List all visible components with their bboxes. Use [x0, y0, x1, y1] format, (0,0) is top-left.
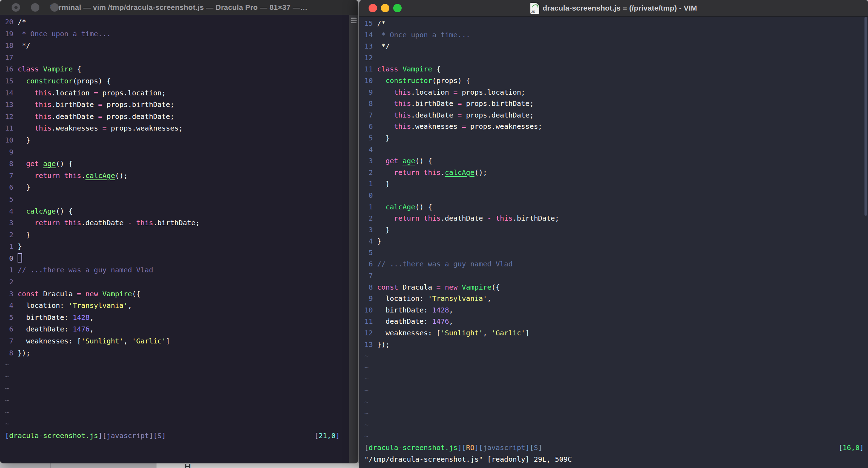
token: this	[34, 124, 51, 132]
desktop-background: H	[0, 463, 359, 468]
token: Dracula	[39, 290, 77, 298]
token: ({	[491, 283, 500, 291]
code-line: 4 location: 'Transylvania',	[5, 300, 340, 312]
token	[39, 65, 43, 73]
token	[441, 283, 445, 291]
vim-buffer-right[interactable]: 15 /*14 * Once upon a time...13 */12 11 …	[364, 18, 864, 465]
token	[398, 65, 402, 73]
token: S	[158, 431, 162, 440]
code-line: 8 get age() {	[5, 158, 340, 170]
token: this	[136, 219, 153, 227]
vim-titlebar[interactable]: JS dracula-screenshot.js = (/private/tmp…	[359, 0, 868, 17]
line-number: 8	[5, 349, 18, 357]
token: ,	[128, 301, 132, 310]
close-button[interactable]	[12, 3, 20, 12]
token	[377, 168, 394, 177]
code-line: 7 return this.calcAge();	[5, 170, 340, 182]
token: 'Transylvania'	[428, 294, 487, 303]
background-divider-line	[50, 463, 51, 468]
token	[60, 219, 64, 227]
token: =	[458, 99, 462, 108]
token: props.birthDate;	[462, 99, 534, 108]
tilde-line: ~	[364, 362, 864, 373]
code-line: 4 calcAge() {	[5, 205, 340, 217]
token: {	[73, 65, 81, 73]
zoom-button[interactable]	[393, 4, 402, 12]
token: 21,0	[319, 431, 336, 440]
code-line: 12 weaknesses: ['Sunlight', 'Garlic']	[364, 327, 864, 339]
token	[60, 171, 64, 180]
scrollbar-thumb-icon[interactable]	[351, 18, 357, 23]
token: Dracula	[398, 283, 436, 291]
token: 1428	[73, 313, 90, 322]
vim-cursor	[18, 253, 22, 263]
token: 'Transylvania'	[69, 301, 128, 310]
line-number: 10	[364, 76, 377, 85]
token	[18, 124, 34, 132]
token: =	[98, 100, 102, 109]
token: =	[98, 112, 102, 121]
token	[377, 111, 394, 119]
token: dracula-screenshot.js	[369, 443, 458, 452]
code-line: 7 this.deathDate = props.deathDate;	[364, 109, 864, 121]
code-line: 12 this.deathDate = props.deathDate;	[5, 111, 340, 123]
token: 'Garlic'	[491, 329, 525, 337]
token	[18, 100, 34, 109]
line-number: 5	[5, 313, 18, 322]
line-number: 7	[364, 111, 377, 119]
token: [	[364, 443, 369, 452]
token: ,	[90, 313, 94, 322]
token: */	[377, 42, 390, 50]
vim-statusline: [dracula-screenshot.js][RO][javascript][…	[364, 442, 864, 454]
token: ]	[336, 431, 340, 440]
token: });	[18, 349, 30, 357]
token: }	[18, 136, 30, 144]
minimize-button[interactable]	[381, 4, 389, 12]
zoom-button[interactable]	[50, 3, 59, 12]
token: ][	[458, 443, 466, 452]
token: 1428	[432, 306, 449, 314]
token: javascript	[107, 431, 149, 440]
token: }	[18, 183, 30, 191]
code-line: 5 }	[364, 132, 864, 144]
token: [	[838, 443, 843, 452]
vim-buffer-left[interactable]: 20 /*19 * Once upon a time...18 */17 16 …	[5, 16, 340, 442]
line-number: 9	[364, 88, 377, 96]
code-line: 10 birthDate: 1428,	[364, 304, 864, 316]
line-number: 13	[5, 100, 18, 109]
token: /*	[18, 18, 26, 26]
tilde-line: ~	[364, 407, 864, 419]
token: class	[377, 65, 398, 73]
line-number: 0	[364, 191, 377, 200]
token: 'Sunlight'	[441, 329, 483, 337]
tilde-line: ~	[364, 385, 864, 396]
token: const	[377, 283, 398, 291]
code-line: 0	[5, 253, 340, 265]
code-line: 20 /*	[5, 16, 340, 28]
line-number: 12	[364, 53, 377, 62]
minimize-button[interactable]	[31, 3, 39, 12]
line-number: 6	[5, 325, 18, 333]
line-number: 8	[364, 283, 377, 291]
token: 'Garlic'	[132, 337, 166, 345]
token: ,	[449, 317, 453, 325]
token: (props) {	[432, 76, 470, 85]
scrollbar-thumb[interactable]	[864, 17, 867, 216]
code-line: 13 */	[364, 40, 864, 52]
js-document-icon[interactable]: JS	[530, 3, 539, 14]
token	[81, 290, 85, 298]
terminal-titlebar[interactable]: Terminal — vim /tmp/dracula-screenshot.j…	[0, 0, 358, 15]
line-number: 2	[364, 214, 377, 222]
code-line: 7 weaknesses: ['Sunlight', 'Garlic']	[5, 335, 340, 347]
line-number: 8	[364, 99, 377, 108]
line-number: 19	[5, 30, 18, 38]
token: =	[436, 283, 441, 291]
token: ]	[525, 329, 530, 337]
terminal-scrollbar-track[interactable]	[349, 15, 358, 463]
close-button[interactable]	[369, 4, 377, 12]
token: () {	[56, 159, 73, 168]
token: return	[34, 171, 60, 180]
line-number: 6	[364, 260, 377, 268]
token: ]	[162, 431, 166, 440]
token: ,	[90, 325, 94, 333]
